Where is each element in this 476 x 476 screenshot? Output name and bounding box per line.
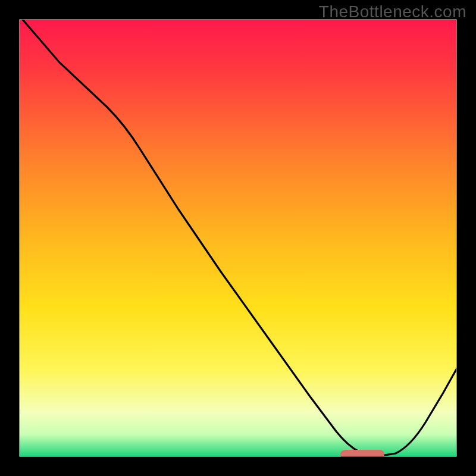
chart-frame: TheBottleneck.com xyxy=(0,0,476,476)
watermark-text: TheBottleneck.com xyxy=(319,2,466,21)
bottleneck-chart-svg xyxy=(0,0,476,476)
gradient-background xyxy=(20,20,456,456)
